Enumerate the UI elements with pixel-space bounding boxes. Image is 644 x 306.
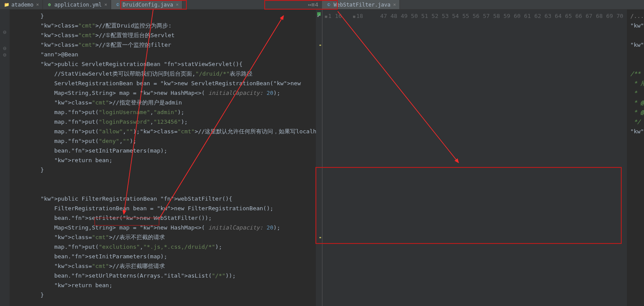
left-editor-body: ⊖ ⊖ ⊖ } "kw">class="cmt">//配置Druid监控分为两步… (0, 10, 322, 306)
tab-atademo[interactable]: 📁 atademo × (0, 0, 43, 9)
tab-webstatfilter[interactable]: © WebStatFilter.java × (322, 0, 400, 9)
tab-label: DruidConfig.java (122, 2, 173, 8)
right-code[interactable]: /.../ "kw">package com.alibaba.druid.sup… (627, 10, 644, 306)
tab-application-yml[interactable]: ⚙ application.yml × (43, 0, 111, 9)
tab-druid-config[interactable]: © DruidConfig.java × (111, 0, 182, 9)
class-icon: © (326, 2, 332, 8)
warn-mark (319, 45, 321, 46)
tab-label: atademo (11, 2, 34, 8)
warn-mark (319, 237, 321, 238)
close-icon[interactable]: × (393, 2, 396, 7)
yaml-icon: ⚙ (46, 2, 52, 8)
tab-label: WebStatFilter.java (334, 2, 391, 8)
right-editor-body: ⊞1 16 ⊞18 47 48 49 50 51 52 53 54 55 56 … (322, 10, 644, 306)
split-indicator[interactable]: ↔≡4 (304, 0, 322, 9)
ide-split-editor: 📁 atademo × ⚙ application.yml × © DruidC… (0, 0, 644, 306)
left-editor-pane: 📁 atademo × ⚙ application.yml × © DruidC… (0, 0, 322, 306)
tab-label: application.yml (54, 2, 102, 8)
left-code[interactable]: } "kw">class="cmt">//配置Druid监控分为两步: "kw"… (10, 10, 316, 306)
class-icon: © (115, 2, 121, 8)
right-line-numbers: ⊞1 16 ⊞18 47 48 49 50 51 52 53 54 55 56 … (322, 10, 627, 306)
folder-icon: 📁 (4, 2, 10, 8)
left-gutter[interactable]: ⊖ ⊖ ⊖ (0, 10, 10, 306)
left-mark-bar[interactable]: ✓ (316, 10, 322, 306)
left-tab-bar: 📁 atademo × ⚙ application.yml × © DruidC… (0, 0, 322, 10)
right-tab-bar: © WebStatFilter.java × (322, 0, 644, 10)
close-icon[interactable]: × (176, 2, 179, 7)
close-icon[interactable]: × (105, 2, 108, 7)
status-ok-mark: ✓ (317, 12, 321, 16)
close-icon[interactable]: × (36, 2, 39, 7)
right-editor-pane: © WebStatFilter.java × ⊞1 16 ⊞18 47 48 4… (322, 0, 644, 306)
